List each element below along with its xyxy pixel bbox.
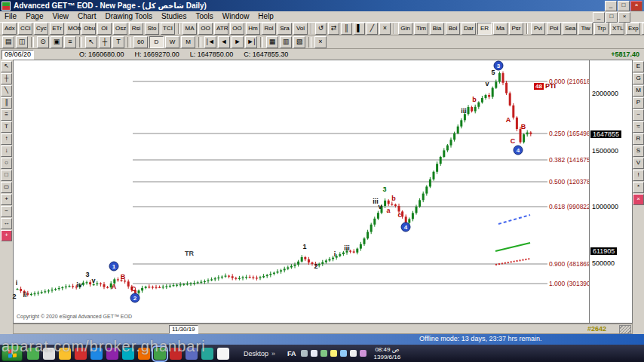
taskbar-app-icon-12[interactable] xyxy=(201,348,213,360)
pointer-icon[interactable]: ↖ xyxy=(85,36,97,48)
elliott-wave-label-c[interactable]: C xyxy=(511,138,516,145)
study-button-dar[interactable]: Dar xyxy=(462,23,476,35)
prev-bar-icon[interactable]: ◄ xyxy=(218,36,230,48)
elliott-wave-label-c[interactable]: c xyxy=(397,212,401,219)
study-button-sea[interactable]: Sea xyxy=(563,23,577,35)
delete-icon[interactable]: × xyxy=(633,194,644,205)
stochastic-icon[interactable]: S xyxy=(633,146,644,157)
first-bar-icon[interactable]: |◄ xyxy=(204,36,216,48)
elliott-wave-label-2[interactable]: 2 xyxy=(314,263,317,270)
tray-icon-2[interactable] xyxy=(311,350,317,357)
elliott-wave-label-1[interactable]: 1 xyxy=(302,244,306,250)
study-button-tiw[interactable]: Tiw xyxy=(578,23,593,35)
menu-file[interactable]: File xyxy=(0,11,21,22)
study-button-rol[interactable]: Rol xyxy=(262,23,276,35)
elliott-wave-label-a[interactable]: a xyxy=(386,207,390,214)
elliott-wave-label-i[interactable]: i xyxy=(16,280,18,287)
menu-studies[interactable]: Studies xyxy=(157,11,191,22)
study-button-pvi[interactable]: Pvi xyxy=(531,23,545,35)
study-button-pol[interactable]: Pol xyxy=(547,23,561,35)
taskbar-app-icon-6[interactable] xyxy=(106,348,118,360)
taskbar-app-icon-13[interactable] xyxy=(217,348,229,360)
elliott-wave-label-v[interactable]: v xyxy=(485,81,489,87)
maximize-button[interactable]: □ xyxy=(618,1,630,11)
channel-icon[interactable]: ║ xyxy=(1,97,12,109)
close-window-icon[interactable]: × xyxy=(314,36,327,48)
desktop-toolbar-label[interactable]: Desktop xyxy=(244,350,268,357)
elliott-wave-label-v[interactable]: v xyxy=(91,278,95,284)
taskbar-app-icon-11[interactable] xyxy=(186,348,198,360)
arrow-down-icon[interactable]: ↓ xyxy=(1,146,12,157)
study-button-hm[interactable]: Hm xyxy=(246,23,260,35)
study-button-cyc[interactable]: Cyc xyxy=(34,23,48,35)
volume-icon[interactable]: V xyxy=(633,158,644,169)
page-layout-icon[interactable]: ◫ xyxy=(16,36,28,48)
tile-windows-icon[interactable]: ▦ xyxy=(266,36,278,48)
study-button-atr[interactable]: ATR xyxy=(214,23,228,35)
close-button[interactable]: × xyxy=(630,1,642,11)
alert-icon[interactable]: ! xyxy=(633,170,644,181)
chart-area[interactable]: 0.000 (2106180.250 (1654980.382 (1416750… xyxy=(13,60,590,324)
elliott-wave-label-b[interactable]: B xyxy=(521,124,526,130)
study-button-trp[interactable]: Trp xyxy=(594,23,609,35)
save-icon[interactable]: ▣ xyxy=(51,36,63,48)
resize-grip[interactable] xyxy=(619,325,631,334)
period-daily-button[interactable]: D xyxy=(149,36,164,48)
study-button-osz[interactable]: Osz xyxy=(113,23,127,35)
fibonacci-icon[interactable]: ≡ xyxy=(1,109,12,121)
taskbar-app-icon-7[interactable] xyxy=(122,348,134,360)
study-button-sto[interactable]: Sto xyxy=(145,23,159,35)
elliott-wave-label-iii[interactable]: iii xyxy=(344,245,350,252)
elliott-wave-label-i[interactable]: i xyxy=(334,251,336,258)
elliott-wave-label-5[interactable]: 5 xyxy=(491,69,495,76)
elliott-wave-circle-2[interactable]: 2 xyxy=(130,293,140,303)
chevron-icon[interactable]: » xyxy=(271,350,275,357)
remove-study-icon[interactable]: × xyxy=(379,23,391,35)
text-icon[interactable]: T xyxy=(1,121,12,133)
period-60-button[interactable]: 60 xyxy=(133,36,148,48)
study-button-er[interactable]: ER xyxy=(477,23,492,35)
elliott-wave-circle-3[interactable]: 3 xyxy=(494,61,504,71)
tray-icon-7[interactable] xyxy=(360,350,366,357)
menu-window[interactable]: Window xyxy=(218,11,254,22)
mdi-close-button[interactable]: × xyxy=(618,12,630,23)
study-button-sra[interactable]: Sra xyxy=(278,23,292,35)
tray-icon-3[interactable] xyxy=(320,350,327,357)
study-button-cci[interactable]: CCI xyxy=(18,23,32,35)
elliott-wave-label-ii[interactable]: ii xyxy=(23,292,26,299)
taskbar-app-icon-2[interactable] xyxy=(43,348,55,360)
tray-icon-4[interactable] xyxy=(330,350,337,357)
elliott-wave-circle-4[interactable]: 4 xyxy=(514,146,523,155)
rectangle-icon[interactable]: □ xyxy=(1,170,12,181)
zoom-in-icon[interactable]: + xyxy=(1,194,12,205)
zoom-icon[interactable]: ⊙ xyxy=(37,36,49,48)
elliott-wave-circle-1[interactable]: 1 xyxy=(109,262,119,272)
menu-chart[interactable]: Chart xyxy=(73,11,100,22)
elliott-wave-label-c[interactable]: C xyxy=(131,286,136,293)
trendline-icon[interactable]: ╲ xyxy=(1,85,12,97)
elliott-wave-label-3[interactable]: 3 xyxy=(85,272,89,278)
print-icon[interactable]: ≡ xyxy=(64,36,76,48)
mdi-restore-button[interactable]: □ xyxy=(606,12,618,23)
mdi-minimize-button[interactable]: _ xyxy=(593,12,605,23)
taskbar-app-icon-9[interactable] xyxy=(154,348,166,360)
scroll-icon[interactable]: ↔ xyxy=(1,218,12,229)
refresh-icon[interactable]: ↺ xyxy=(315,23,327,35)
next-bar-icon[interactable]: ► xyxy=(232,36,244,48)
study-button-gin[interactable]: Gin xyxy=(398,23,412,35)
pti-icon[interactable]: P xyxy=(633,97,644,109)
candle-style-icon[interactable]: ▌ xyxy=(354,23,365,35)
tray-icon-5[interactable] xyxy=(340,350,347,357)
menu-page[interactable]: Page xyxy=(21,11,48,22)
gann-icon[interactable]: G xyxy=(633,73,644,84)
line-style-icon[interactable]: ╱ xyxy=(366,23,378,35)
settings-icon[interactable]: * xyxy=(633,182,644,193)
study-button-exp[interactable]: Exp xyxy=(626,23,640,35)
compare-icon[interactable]: ⇄ xyxy=(328,23,339,35)
elliott-wave-label-tr[interactable]: TR xyxy=(185,250,194,257)
elliott-wave-label-a[interactable]: A xyxy=(112,284,117,290)
tray-icon-6[interactable] xyxy=(350,350,357,357)
taskbar-clock[interactable]: 08:49 ص 1399/6/16 xyxy=(374,346,401,361)
elliott-wave-label-v[interactable]: v xyxy=(378,204,382,210)
taskbar-app-icon-8[interactable] xyxy=(138,348,150,360)
